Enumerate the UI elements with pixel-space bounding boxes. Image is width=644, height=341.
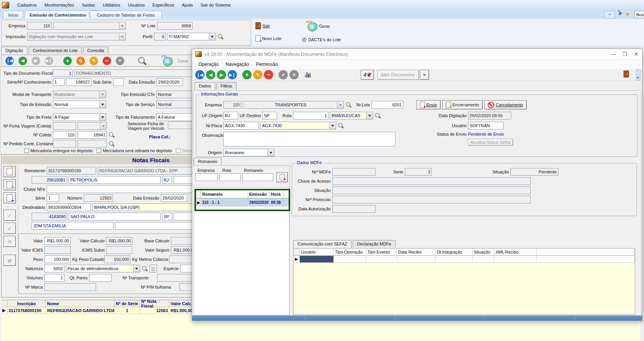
- romaneio-tab[interactable]: Romaneio: [194, 158, 221, 166]
- cte-logo-icon[interactable]: CTee: [161, 56, 173, 66]
- mdfe-menu-operacao[interactable]: Operação: [195, 61, 222, 68]
- checkbox-mercadoria-retirada[interactable]: [96, 148, 101, 153]
- edit-icon[interactable]: ✎: [253, 70, 262, 79]
- cancel-icon[interactable]: ✕: [116, 57, 124, 65]
- sair-dialog-button[interactable]: [624, 71, 629, 78]
- coleta-numero-field[interactable]: 18941: [78, 131, 107, 139]
- mdfe-title-bar[interactable]: v3.18.00 - Movimentação de MDFe (Manifes…: [192, 49, 642, 60]
- list-detail-button[interactable]: [149, 265, 157, 272]
- nav-first-icon[interactable]: ❘◀: [195, 70, 205, 79]
- romaneio-grid-header-romaneio[interactable]: Romaneio: [201, 190, 248, 198]
- sub-serie-field[interactable]: [113, 78, 124, 86]
- sefaz-header-tipo-evento[interactable]: Tipo Evento: [366, 249, 397, 255]
- dacte-lote-button[interactable]: @ DACTE's do Lote: [302, 37, 341, 42]
- data-emissao-field[interactable]: 29/02/2020: [157, 78, 183, 86]
- add-icon[interactable]: +: [242, 70, 252, 79]
- cancel-icon[interactable]: ✕: [289, 70, 299, 79]
- rota-combo[interactable]: BMA/RJO/CAS: [330, 112, 373, 119]
- tab-declaracao-mdfe[interactable]: Declaração MDFe: [353, 240, 396, 247]
- perfil-combo[interactable]: TI MATRIZ: [167, 33, 216, 40]
- search-icon[interactable]: [137, 56, 147, 66]
- sefaz-header-situacao[interactable]: Situação: [473, 249, 494, 255]
- romaneio-grid-row[interactable]: ▶ 110 - 1 - 1 29/02/2020 09:38: [196, 198, 289, 207]
- edit-nota-button[interactable]: [3, 179, 16, 190]
- acbr-button[interactable]: 4❦: [361, 70, 374, 80]
- sefaz-header-xml[interactable]: XML Recibo: [494, 249, 537, 255]
- menu-cadastros[interactable]: Cadastros: [14, 2, 40, 8]
- side-collapse-strip[interactable]: [636, 69, 641, 81]
- romaneio-grid-header-hora[interactable]: Hora: [270, 190, 284, 198]
- envio-button[interactable]: Envio: [416, 100, 441, 109]
- close-icon[interactable]: ✕: [630, 50, 642, 59]
- search-icon[interactable]: [345, 102, 352, 108]
- natureza-cod-field[interactable]: 5002: [44, 265, 64, 272]
- tab-digitacao[interactable]: Digitação: [1, 47, 27, 55]
- menu-especificos[interactable]: Específicos: [149, 2, 177, 8]
- search-input[interactable]: [635, 11, 644, 18]
- destinatario-cnpj-field[interactable]: 59105999002804: [47, 203, 91, 211]
- menu-sair-do-sistema[interactable]: Sair do Sistema: [197, 2, 234, 8]
- sefaz-header-tipo-operacao[interactable]: Tipo Operação: [334, 249, 366, 255]
- valor-field[interactable]: R$1.000,00: [44, 237, 71, 245]
- tab-comunicacao-sefaz[interactable]: Comunicação com SEFAZ: [293, 240, 352, 248]
- search-icon[interactable]: [338, 123, 344, 129]
- abrir-documentos-dropdown[interactable]: [420, 70, 429, 80]
- tab-emissao-conhecimentos[interactable]: Emissão de Conhecimentos ✕: [25, 10, 100, 19]
- remove-icon[interactable]: −: [264, 70, 273, 79]
- tab-conhecimentos-do-lote[interactable]: Conhecimentos do Lote: [29, 47, 82, 54]
- placa-field[interactable]: AGX-7430: [223, 122, 259, 129]
- tab-inicio[interactable]: Início: [3, 11, 23, 19]
- search-icon[interactable]: [142, 265, 148, 272]
- add-icon[interactable]: +: [63, 57, 72, 65]
- nf-serie-field[interactable]: 1: [47, 194, 59, 202]
- tab-cadastro-tabelas-fretes[interactable]: Cadastro de Tabelas de Fretes: [90, 11, 162, 19]
- romaneio-rota-field[interactable]: [219, 173, 241, 181]
- sair-button[interactable]: Sair: [255, 22, 270, 29]
- cancelamento-button[interactable]: Cancelamento: [484, 100, 527, 109]
- mdfe-tab-filtros[interactable]: Filtros: [216, 82, 237, 89]
- nav-prev-icon[interactable]: ◀: [206, 70, 215, 79]
- mdfe-menu-navegacao[interactable]: Navegação: [223, 61, 252, 68]
- romaneio-grid-header-emissao[interactable]: Emissão: [248, 190, 270, 198]
- romaneio-import-button[interactable]: [276, 172, 288, 182]
- menu-usuarios[interactable]: Usuários: [125, 2, 148, 8]
- natureza-combo[interactable]: Pecas de eletrodomesticos: [66, 265, 140, 272]
- pin-slash-icon[interactable]: [617, 11, 623, 17]
- rota-cod-field[interactable]: 1: [293, 112, 328, 119]
- chart-icon[interactable]: [305, 72, 311, 77]
- maximize-icon[interactable]: ❐: [619, 50, 630, 59]
- origem-combo[interactable]: Romaneio: [223, 149, 274, 156]
- checkbox-mercadoria-entregue[interactable]: [24, 148, 29, 153]
- nav-first-icon[interactable]: ❘◀: [5, 57, 14, 65]
- novo-lote-button[interactable]: Novo Lote: [255, 35, 281, 42]
- lightning-icon[interactable]: ϟ: [76, 57, 85, 65]
- confirm-icon[interactable]: ✔: [279, 70, 288, 79]
- nav-next-icon[interactable]: ▶: [217, 70, 226, 79]
- placa-combo[interactable]: AGX-7430: [260, 122, 336, 129]
- volumes-field[interactable]: 1: [44, 274, 64, 282]
- sefaz-grid-row[interactable]: ▶: [294, 256, 635, 263]
- sefaz-header-data-recibo[interactable]: Data Recibo: [397, 249, 436, 255]
- search-icon[interactable]: [108, 141, 115, 147]
- nf-data-emissao-field[interactable]: 29/02/2020: [161, 194, 187, 202]
- uf-origem-field[interactable]: RJ: [223, 112, 238, 119]
- edit-icon[interactable]: ✎: [90, 57, 98, 65]
- tipo-emissao-combo[interactable]: Normal: [53, 101, 106, 108]
- nf-grid-header-nome[interactable]: Nome: [46, 300, 115, 307]
- sefaz-header-usuario[interactable]: Usuário: [300, 249, 334, 255]
- nf-grid-header-serie[interactable]: Nº de Série: [115, 300, 140, 307]
- menu-saidas[interactable]: Saídas: [78, 2, 98, 8]
- qt-pares-field[interactable]: [89, 274, 112, 282]
- uf-destino-field[interactable]: SP: [262, 112, 277, 119]
- tab-consulta[interactable]: Consulta: [83, 47, 108, 54]
- search-icon[interactable]: [217, 34, 223, 40]
- gerar-mdfe-button[interactable]: MDFe Gerar: [306, 22, 330, 31]
- menu-ajuda[interactable]: Ajuda: [178, 2, 196, 8]
- menu-utilitarios[interactable]: Utilitários: [99, 2, 123, 8]
- nf-grid-header-inscricao[interactable]: Inscrição: [7, 300, 46, 307]
- nav-prev-icon[interactable]: ◀: [19, 57, 27, 65]
- nf-grid-header-nota[interactable]: Nº Nota Fiscal: [140, 300, 169, 307]
- sefaz-header-dt-integracao[interactable]: Dt.Integração: [436, 249, 473, 255]
- observacao-field[interactable]: [223, 132, 396, 146]
- peso-field[interactable]: 100,000: [44, 255, 71, 263]
